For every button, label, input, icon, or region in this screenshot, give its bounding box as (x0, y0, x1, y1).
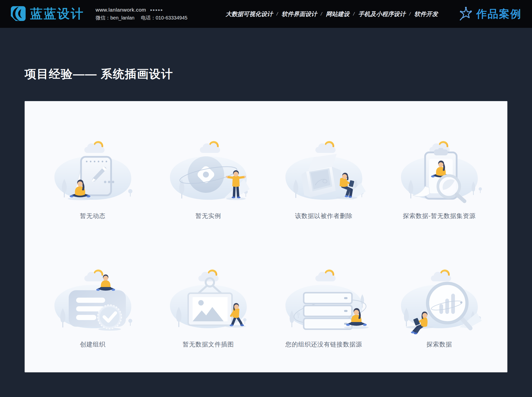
showcase-label: 创建组织 (80, 340, 106, 348)
no-linked-datasource-illustration (275, 267, 373, 334)
nav-separator: / (409, 11, 411, 17)
nav-item-mobile[interactable]: 手机及小程序设计 (358, 10, 405, 18)
deleted-data-illustration (275, 138, 373, 206)
showcase-label: 您的组织还没有链接数据源 (285, 340, 362, 348)
no-updates-illustration (44, 138, 142, 206)
nav-item-web[interactable]: 网站建设 (326, 10, 349, 18)
explore-data-illustration (390, 267, 489, 334)
nav-item-ui[interactable]: 软件界面设计 (282, 10, 317, 18)
nav-item-bigdata[interactable]: 大数据可视化设计 (226, 10, 273, 18)
showcase-item: 该数据以被作者删除 (266, 138, 382, 244)
portfolio-link[interactable]: 作品案例 (459, 7, 522, 21)
explore-no-dataset-illustration (390, 138, 489, 206)
arrow-icons: ▸▸▸▸▸ (150, 8, 164, 12)
no-data-file-illustration (159, 267, 258, 334)
nav-separator: / (353, 11, 355, 17)
phone-contact: 电话：010-63334945 (141, 15, 187, 21)
no-instances-illustration (159, 138, 258, 206)
website-url[interactable]: www.lanlanwork.com (96, 7, 146, 13)
showcase-label: 暂无动态 (80, 212, 106, 220)
logo[interactable]: 蓝蓝设计 (10, 5, 84, 22)
main-nav: 大数据可视化设计 / 软件界面设计 / 网站建设 / 手机及小程序设计 / 软件… (226, 10, 438, 18)
showcase-label: 探索数据-暂无数据集资源 (403, 212, 476, 220)
showcase-item: 暂无实例 (150, 138, 266, 244)
showcase-label: 暂无数据文件插图 (183, 340, 234, 348)
top-bar: 蓝蓝设计 www.lanlanwork.com ▸▸▸▸▸ 微信：ben_lan… (0, 0, 532, 28)
showcase-item: 探索数据-暂无数据集资源 (382, 138, 497, 244)
logo-text: 蓝蓝设计 (30, 5, 84, 22)
showcase-item: 您的组织还没有链接数据源 (266, 267, 382, 372)
nav-separator: / (321, 11, 322, 17)
page-title: 项目经验—— 系统插画设计 (25, 66, 173, 82)
star-pen-icon (459, 7, 473, 21)
portfolio-label: 作品案例 (476, 7, 522, 21)
nav-item-dev[interactable]: 软件开发 (414, 10, 438, 18)
create-organization-illustration (44, 267, 142, 334)
nav-separator: / (277, 11, 278, 17)
wechat-contact: 微信：ben_lanlan (96, 15, 134, 21)
showcase-item: 暂无数据文件插图 (150, 267, 266, 372)
showcase-label: 该数据以被作者删除 (295, 212, 353, 220)
showcase-label: 暂无实例 (196, 212, 221, 220)
logo-icon (10, 6, 26, 22)
showcase-item: 创建组织 (35, 267, 150, 372)
contact-info: www.lanlanwork.com ▸▸▸▸▸ 微信：ben_lanlan 电… (96, 7, 187, 21)
illustration-showcase-card: 暂无动态 暂无实例 (25, 101, 507, 372)
showcase-item: 探索数据 (382, 267, 497, 372)
showcase-item: 暂无动态 (35, 138, 150, 244)
showcase-label: 探索数据 (427, 340, 452, 348)
